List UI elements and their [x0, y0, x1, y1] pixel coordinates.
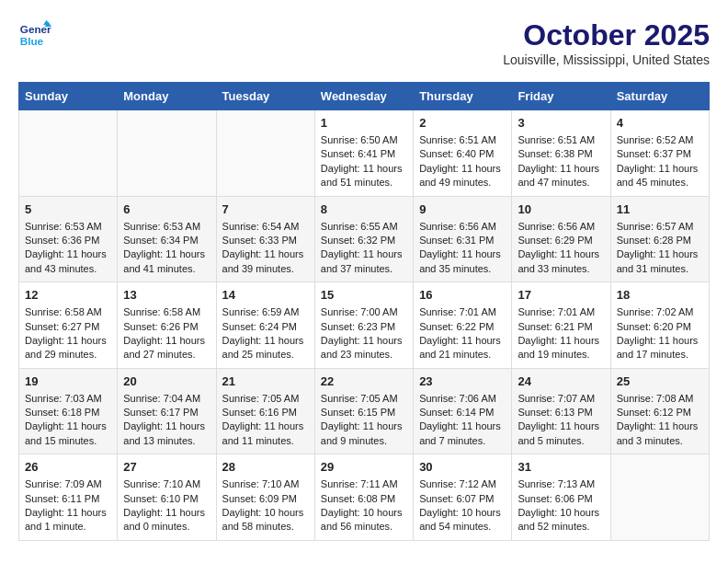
- day-number: 18: [617, 288, 703, 302]
- day-number: 27: [123, 460, 210, 474]
- calendar-cell: 26 Sunrise: 7:09 AM Sunset: 6:11 PM Dayl…: [19, 454, 118, 541]
- day-detail: Sunrise: 7:06 AM Sunset: 6:14 PM Dayligh…: [419, 392, 506, 449]
- sunset-text: Sunset: 6:15 PM: [321, 407, 395, 418]
- day-number: 5: [25, 202, 111, 216]
- calendar-cell: 2 Sunrise: 6:51 AM Sunset: 6:40 PM Dayli…: [414, 110, 512, 197]
- daylight-text: Daylight: 11 hours and 11 minutes.: [222, 420, 304, 445]
- day-number: 30: [419, 460, 506, 474]
- day-detail: Sunrise: 7:10 AM Sunset: 6:10 PM Dayligh…: [123, 477, 210, 534]
- daylight-text: Daylight: 11 hours and 49 minutes.: [419, 163, 501, 188]
- logo: General Blue: [18, 18, 51, 52]
- day-number: 26: [25, 460, 111, 474]
- sunset-text: Sunset: 6:32 PM: [321, 235, 395, 246]
- day-number: 28: [222, 460, 309, 474]
- sunset-text: Sunset: 6:22 PM: [419, 321, 494, 332]
- day-number: 25: [617, 374, 703, 388]
- sunrise-text: Sunrise: 6:56 AM: [419, 221, 496, 232]
- day-number: 20: [123, 374, 210, 388]
- calendar-cell: 6 Sunrise: 6:53 AM Sunset: 6:34 PM Dayli…: [118, 196, 216, 282]
- location: Louisville, Mississippi, United States: [503, 52, 710, 67]
- sunrise-text: Sunrise: 6:54 AM: [222, 221, 300, 232]
- day-detail: Sunrise: 7:13 AM Sunset: 6:06 PM Dayligh…: [518, 477, 604, 534]
- sunrise-text: Sunrise: 6:53 AM: [123, 221, 200, 232]
- calendar-header-row: SundayMondayTuesdayWednesdayThursdayFrid…: [19, 83, 710, 110]
- sunrise-text: Sunrise: 6:53 AM: [25, 221, 102, 232]
- daylight-text: Daylight: 10 hours and 58 minutes.: [222, 507, 304, 532]
- sunrise-text: Sunrise: 6:51 AM: [419, 134, 496, 145]
- daylight-text: Daylight: 11 hours and 41 minutes.: [123, 248, 205, 273]
- calendar-week-row: 1 Sunrise: 6:50 AM Sunset: 6:41 PM Dayli…: [19, 110, 710, 197]
- day-number: 15: [321, 288, 407, 302]
- sunset-text: Sunset: 6:06 PM: [518, 493, 592, 504]
- sunrise-text: Sunrise: 7:06 AM: [419, 393, 496, 404]
- weekday-header: Thursday: [414, 83, 512, 110]
- sunrise-text: Sunrise: 7:01 AM: [419, 306, 496, 317]
- calendar-cell: 17 Sunrise: 7:01 AM Sunset: 6:21 PM Dayl…: [512, 282, 610, 369]
- sunset-text: Sunset: 6:23 PM: [321, 321, 395, 332]
- page-header: General Blue October 2025 Louisville, Mi…: [18, 18, 710, 67]
- calendar-cell: 20 Sunrise: 7:04 AM Sunset: 6:17 PM Dayl…: [118, 368, 216, 454]
- calendar-cell: 30 Sunrise: 7:12 AM Sunset: 6:07 PM Dayl…: [414, 454, 512, 541]
- daylight-text: Daylight: 11 hours and 27 minutes.: [123, 335, 205, 360]
- sunrise-text: Sunrise: 7:07 AM: [518, 393, 595, 404]
- sunrise-text: Sunrise: 6:50 AM: [321, 134, 398, 145]
- day-number: 12: [25, 288, 111, 302]
- day-detail: Sunrise: 6:53 AM Sunset: 6:36 PM Dayligh…: [25, 220, 111, 277]
- sunset-text: Sunset: 6:40 PM: [419, 148, 494, 159]
- daylight-text: Daylight: 11 hours and 33 minutes.: [518, 248, 599, 273]
- calendar-cell: 31 Sunrise: 7:13 AM Sunset: 6:06 PM Dayl…: [512, 454, 610, 541]
- sunset-text: Sunset: 6:07 PM: [419, 493, 494, 504]
- day-detail: Sunrise: 6:53 AM Sunset: 6:34 PM Dayligh…: [123, 220, 210, 277]
- day-number: 23: [419, 374, 506, 388]
- calendar-cell: [610, 454, 709, 541]
- sunset-text: Sunset: 6:21 PM: [518, 321, 592, 332]
- sunrise-text: Sunrise: 6:58 AM: [25, 306, 102, 317]
- day-number: 21: [222, 374, 309, 388]
- sunset-text: Sunset: 6:16 PM: [222, 407, 297, 418]
- day-detail: Sunrise: 6:52 AM Sunset: 6:37 PM Dayligh…: [617, 133, 703, 190]
- calendar-week-row: 26 Sunrise: 7:09 AM Sunset: 6:11 PM Dayl…: [19, 454, 710, 541]
- day-number: 7: [222, 202, 309, 216]
- calendar-cell: 1 Sunrise: 6:50 AM Sunset: 6:41 PM Dayli…: [314, 110, 413, 197]
- daylight-text: Daylight: 10 hours and 52 minutes.: [518, 507, 599, 532]
- day-detail: Sunrise: 6:56 AM Sunset: 6:31 PM Dayligh…: [419, 220, 506, 277]
- day-detail: Sunrise: 7:11 AM Sunset: 6:08 PM Dayligh…: [321, 477, 407, 534]
- calendar-cell: [216, 110, 314, 197]
- daylight-text: Daylight: 11 hours and 35 minutes.: [419, 248, 501, 273]
- day-detail: Sunrise: 7:04 AM Sunset: 6:17 PM Dayligh…: [123, 392, 210, 449]
- daylight-text: Daylight: 11 hours and 9 minutes.: [321, 420, 403, 445]
- day-detail: Sunrise: 6:51 AM Sunset: 6:38 PM Dayligh…: [518, 133, 604, 190]
- daylight-text: Daylight: 11 hours and 5 minutes.: [518, 420, 599, 445]
- calendar-cell: 12 Sunrise: 6:58 AM Sunset: 6:27 PM Dayl…: [19, 282, 118, 369]
- day-number: 19: [25, 374, 111, 388]
- sunrise-text: Sunrise: 7:02 AM: [617, 306, 694, 317]
- day-detail: Sunrise: 7:03 AM Sunset: 6:18 PM Dayligh…: [25, 392, 111, 449]
- day-detail: Sunrise: 7:09 AM Sunset: 6:11 PM Dayligh…: [25, 477, 111, 534]
- sunrise-text: Sunrise: 7:01 AM: [518, 306, 595, 317]
- daylight-text: Daylight: 11 hours and 0 minutes.: [123, 507, 205, 532]
- day-detail: Sunrise: 7:08 AM Sunset: 6:12 PM Dayligh…: [617, 392, 703, 449]
- calendar-cell: 9 Sunrise: 6:56 AM Sunset: 6:31 PM Dayli…: [414, 196, 512, 282]
- sunset-text: Sunset: 6:13 PM: [518, 407, 592, 418]
- day-detail: Sunrise: 6:56 AM Sunset: 6:29 PM Dayligh…: [518, 220, 604, 277]
- sunset-text: Sunset: 6:33 PM: [222, 235, 297, 246]
- day-detail: Sunrise: 7:05 AM Sunset: 6:15 PM Dayligh…: [321, 392, 407, 449]
- sunrise-text: Sunrise: 7:05 AM: [222, 393, 300, 404]
- day-number: 22: [321, 374, 407, 388]
- calendar-cell: 10 Sunrise: 6:56 AM Sunset: 6:29 PM Dayl…: [512, 196, 610, 282]
- sunrise-text: Sunrise: 7:03 AM: [25, 393, 102, 404]
- day-detail: Sunrise: 7:07 AM Sunset: 6:13 PM Dayligh…: [518, 392, 604, 449]
- calendar-cell: 29 Sunrise: 7:11 AM Sunset: 6:08 PM Dayl…: [314, 454, 413, 541]
- daylight-text: Daylight: 11 hours and 15 minutes.: [25, 420, 107, 445]
- calendar-cell: 14 Sunrise: 6:59 AM Sunset: 6:24 PM Dayl…: [216, 282, 314, 369]
- calendar-cell: 18 Sunrise: 7:02 AM Sunset: 6:20 PM Dayl…: [610, 282, 709, 369]
- weekday-header: Saturday: [610, 83, 709, 110]
- sunset-text: Sunset: 6:09 PM: [222, 493, 297, 504]
- day-number: 31: [518, 460, 604, 474]
- sunset-text: Sunset: 6:38 PM: [518, 148, 592, 159]
- day-number: 4: [617, 116, 703, 130]
- sunset-text: Sunset: 6:24 PM: [222, 321, 297, 332]
- day-number: 6: [123, 202, 210, 216]
- daylight-text: Daylight: 11 hours and 19 minutes.: [518, 335, 599, 360]
- sunset-text: Sunset: 6:18 PM: [25, 407, 99, 418]
